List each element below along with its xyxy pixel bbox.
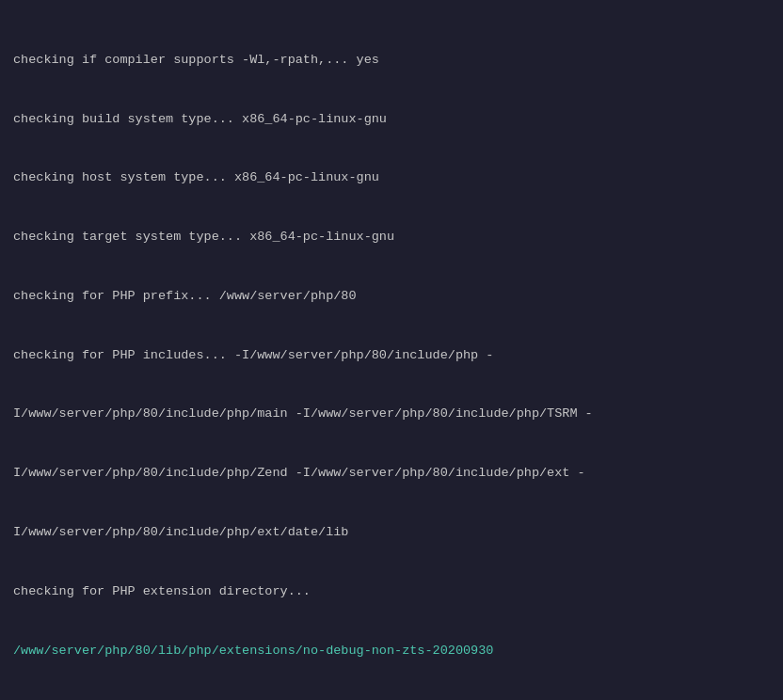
- line-10: checking for PHP extension directory...: [13, 582, 770, 602]
- line-8: I/www/server/php/80/include/php/Zend -I/…: [13, 464, 770, 484]
- line-5: checking for PHP prefix... /www/server/p…: [13, 287, 770, 307]
- line-2: checking build system type... x86_64-pc-…: [13, 110, 770, 130]
- line-6: checking for PHP includes... -I/www/serv…: [13, 346, 770, 366]
- line-1: checking if compiler supports -Wl,-rpath…: [13, 51, 770, 71]
- terminal-window: checking if compiler supports -Wl,-rpath…: [0, 0, 783, 700]
- line-11: /www/server/php/80/lib/php/extensions/no…: [13, 642, 770, 661]
- line-9: I/www/server/php/80/include/php/ext/date…: [13, 523, 770, 543]
- terminal-output: checking if compiler supports -Wl,-rpath…: [13, 11, 770, 700]
- line-7: I/www/server/php/80/include/php/main -I/…: [13, 405, 770, 424]
- line-3: checking host system type... x86_64-pc-l…: [13, 168, 770, 188]
- line-4: checking target system type... x86_64-pc…: [13, 228, 770, 247]
